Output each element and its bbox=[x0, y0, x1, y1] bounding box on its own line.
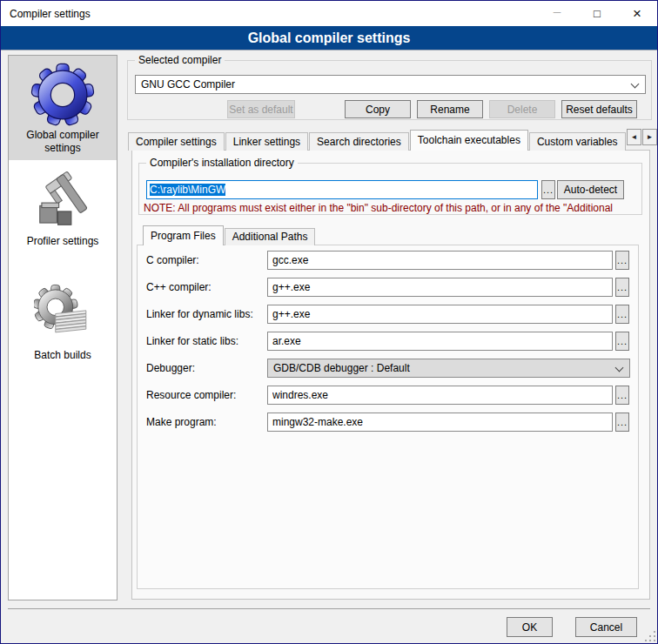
selected-compiler-value: GNU GCC Compiler bbox=[141, 78, 235, 91]
field-label: Resource compiler: bbox=[146, 389, 267, 401]
field-label: C compiler: bbox=[146, 254, 267, 266]
close-icon: × bbox=[633, 6, 641, 21]
field-row-linker-dynamic: Linker for dynamic libs: ... bbox=[146, 305, 638, 324]
resource-compiler-input[interactable] bbox=[267, 386, 613, 405]
program-files-panel: C compiler: ... C++ compiler: ... Linker… bbox=[137, 245, 639, 589]
rename-button[interactable]: Rename bbox=[417, 100, 483, 118]
minimize-button[interactable]: ─ bbox=[537, 1, 577, 26]
selected-compiler-dropdown[interactable]: GNU GCC Compiler bbox=[135, 75, 646, 94]
debugger-value: GDB/CDB debugger : Default bbox=[273, 362, 410, 374]
compiler-actions-row: Set as default Copy Rename Delete Reset … bbox=[128, 100, 651, 118]
blue-gear-icon bbox=[30, 62, 96, 128]
installation-directory-group: Compiler's installation directory C:\ray… bbox=[138, 163, 642, 215]
chevron-down-icon bbox=[631, 80, 640, 89]
compiler-settings-dialog: Compiler settings ─ □ × Global compiler … bbox=[0, 0, 658, 644]
reset-defaults-button[interactable]: Reset defaults bbox=[561, 100, 637, 118]
sidebar-item-batch-builds[interactable]: Batch builds bbox=[9, 258, 117, 362]
window-title: Compiler settings bbox=[10, 8, 91, 20]
tab-search-directories[interactable]: Search directories bbox=[309, 132, 409, 151]
cpp-compiler-input[interactable] bbox=[267, 278, 613, 297]
c-compiler-browse-button[interactable]: ... bbox=[615, 251, 629, 270]
subtab-additional-paths[interactable]: Additional Paths bbox=[225, 228, 316, 245]
field-label: Make program: bbox=[146, 416, 267, 428]
field-label: Linker for static libs: bbox=[146, 335, 267, 347]
copy-button[interactable]: Copy bbox=[345, 100, 411, 118]
set-as-default-button[interactable]: Set as default bbox=[227, 100, 295, 118]
tab-linker-settings[interactable]: Linker settings bbox=[225, 132, 308, 151]
tab-custom-variables[interactable]: Custom variables bbox=[529, 132, 626, 151]
selected-text: C:\raylib\MinGW bbox=[150, 184, 225, 196]
field-label: Debugger: bbox=[146, 362, 267, 374]
page-title: Global compiler settings bbox=[1, 26, 657, 50]
sidebar-item-label: Global compiler settings bbox=[9, 129, 117, 155]
ok-button[interactable]: OK bbox=[507, 617, 553, 637]
installation-directory-group-label: Compiler's installation directory bbox=[146, 157, 298, 169]
tab-toolchain-executables[interactable]: Toolchain executables bbox=[410, 130, 528, 151]
window-controls: ─ □ × bbox=[537, 1, 657, 26]
footer-buttons: OK Cancel bbox=[507, 617, 637, 637]
c-compiler-input[interactable] bbox=[267, 251, 613, 270]
scroll-left-icon: ◄ bbox=[631, 133, 638, 141]
subtab-program-files[interactable]: Program Files bbox=[143, 225, 224, 245]
tab-scroll-right-button[interactable]: ► bbox=[642, 129, 657, 145]
close-button[interactable]: × bbox=[617, 1, 657, 26]
footer-divider bbox=[8, 608, 650, 609]
make-program-input[interactable] bbox=[267, 413, 613, 432]
maximize-button[interactable]: □ bbox=[577, 1, 617, 26]
programs-subtabs: Program Files Additional Paths bbox=[143, 225, 316, 245]
field-row-c-compiler: C compiler: ... bbox=[146, 251, 638, 270]
titlebar: Compiler settings ─ □ × bbox=[1, 1, 657, 26]
installation-directory-input[interactable]: C:\raylib\MinGW bbox=[146, 180, 538, 199]
linker-static-browse-button[interactable]: ... bbox=[615, 332, 629, 351]
tab-scroll-left-button[interactable]: ◄ bbox=[627, 129, 641, 145]
field-label: C++ compiler: bbox=[146, 281, 267, 293]
sidebar-item-label: Profiler settings bbox=[9, 235, 117, 248]
chevron-down-icon bbox=[615, 364, 624, 372]
make-program-browse-button[interactable]: ... bbox=[615, 413, 629, 432]
field-row-cpp-compiler: C++ compiler: ... bbox=[146, 278, 638, 297]
field-row-make-program: Make program: ... bbox=[146, 413, 638, 432]
field-row-linker-static: Linker for static libs: ... bbox=[146, 332, 638, 351]
selected-compiler-group: Selected compiler GNU GCC Compiler Set a… bbox=[127, 60, 652, 120]
main-content: Selected compiler GNU GCC Compiler Set a… bbox=[127, 55, 652, 600]
linker-dynamic-input[interactable] bbox=[267, 305, 613, 324]
linker-static-input[interactable] bbox=[267, 332, 613, 351]
installation-directory-browse-button[interactable]: ... bbox=[541, 180, 555, 199]
batch-builds-icon bbox=[34, 284, 91, 341]
settings-tabstrip: Compiler settings Linker settings Search… bbox=[128, 130, 627, 151]
minimize-icon: ─ bbox=[554, 6, 561, 18]
cancel-button[interactable]: Cancel bbox=[575, 617, 637, 637]
settings-category-sidebar: Global compiler settings Profiler settin… bbox=[8, 55, 118, 600]
sidebar-item-profiler-settings[interactable]: Profiler settings bbox=[9, 160, 117, 258]
resource-compiler-browse-button[interactable]: ... bbox=[615, 386, 629, 405]
maximize-icon: □ bbox=[594, 7, 601, 20]
auto-detect-button[interactable]: Auto-detect bbox=[557, 180, 624, 199]
delete-button[interactable]: Delete bbox=[489, 100, 555, 118]
profiler-caliper-icon bbox=[32, 171, 93, 232]
tab-compiler-settings[interactable]: Compiler settings bbox=[128, 132, 225, 151]
selected-compiler-group-label: Selected compiler bbox=[135, 54, 225, 66]
scroll-right-icon: ► bbox=[647, 133, 654, 141]
debugger-dropdown[interactable]: GDB/CDB debugger : Default bbox=[267, 359, 630, 378]
bin-subdirectory-note: NOTE: All programs must exist either in … bbox=[144, 202, 639, 214]
cpp-compiler-browse-button[interactable]: ... bbox=[615, 278, 629, 297]
resize-grip-icon[interactable] bbox=[645, 631, 655, 641]
toolchain-executables-panel: Compiler's installation directory C:\ray… bbox=[131, 150, 650, 600]
field-row-resource-compiler: Resource compiler: ... bbox=[146, 386, 638, 405]
sidebar-item-label: Batch builds bbox=[9, 349, 117, 362]
sidebar-item-global-compiler-settings[interactable]: Global compiler settings bbox=[9, 56, 117, 160]
field-label: Linker for dynamic libs: bbox=[146, 308, 267, 320]
tab-scroll-buttons: ◄ ► bbox=[627, 129, 657, 145]
linker-dynamic-browse-button[interactable]: ... bbox=[615, 305, 629, 324]
field-row-debugger: Debugger: GDB/CDB debugger : Default bbox=[146, 359, 638, 378]
